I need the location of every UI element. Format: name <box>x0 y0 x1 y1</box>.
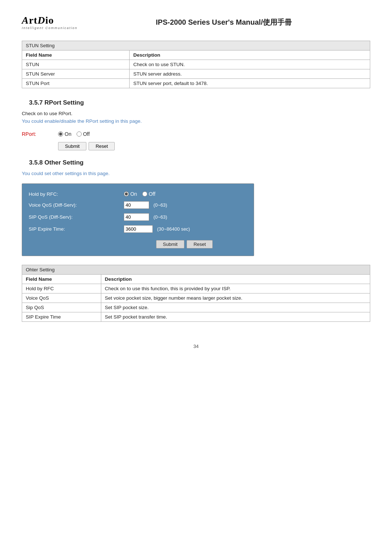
stun-row2-field: STUN Server <box>22 69 130 79</box>
rport-off-label: Off <box>83 131 90 137</box>
stun-row2-desc: STUN server address. <box>130 69 370 79</box>
sip-qos-controls: (0~63) <box>121 211 248 223</box>
hold-off-label: Off <box>149 191 155 197</box>
sip-qos-label: SIP QoS (Diff-Serv): <box>26 211 121 223</box>
sip-expire-input[interactable] <box>124 225 153 233</box>
voice-qos-controls: (0~63) <box>121 199 248 211</box>
voice-qos-label: Voice QoS (Diff-Serv): <box>26 199 121 211</box>
other-form-table: Hold by RFC: On Off Voice QoS (Diff-Serv… <box>26 189 248 251</box>
logo-sub: Intelligent Communication <box>22 26 78 30</box>
desc-row2-field: Voice QoS <box>22 293 101 303</box>
other-btn-cell: Submit Reset <box>121 235 248 251</box>
desc-row3-field: Sip QoS <box>22 303 101 312</box>
rport-form: RPort: On Off <box>22 131 370 137</box>
desc-row4-desc: Set SIP pocket transfer time. <box>101 312 370 322</box>
sip-qos-row: SIP QoS (Diff-Serv): (0~63) <box>26 211 248 223</box>
other-link-text: You could set other settings in this pag… <box>22 171 370 176</box>
hold-rfc-controls: On Off <box>121 189 248 199</box>
table-row: Sip QoS Set SIP pocket size. <box>22 303 370 312</box>
rport-on-radio[interactable] <box>58 131 63 137</box>
other-setting-panel: Hold by RFC: On Off Voice QoS (Diff-Serv… <box>22 183 254 256</box>
table-row: SIP Expire Time Set SIP pocket transfer … <box>22 312 370 322</box>
table-row: STUN Server STUN server address. <box>22 69 370 79</box>
other-submit-button[interactable]: Submit <box>156 240 184 248</box>
stun-col1-header: Field Name <box>22 50 130 60</box>
sip-qos-range: (0~63) <box>154 214 167 220</box>
rport-on-radio-label[interactable]: On <box>58 131 72 137</box>
rport-radio-group: On Off <box>58 131 90 137</box>
logo: ArtDio Intelligent Communication <box>22 15 78 30</box>
desc-col2-header: Description <box>101 275 370 284</box>
stun-col2-header: Description <box>130 50 370 60</box>
sip-expire-controls: (30~86400 sec) <box>121 223 248 235</box>
voice-qos-range: (0~63) <box>154 202 167 208</box>
rport-link-text: You could enable/disable the RPort setti… <box>22 118 370 124</box>
rport-off-radio-label[interactable]: Off <box>77 131 90 137</box>
sip-expire-range: (30~86400 sec) <box>157 226 190 232</box>
sip-qos-input[interactable] <box>124 213 149 221</box>
voice-qos-row: Voice QoS (Diff-Serv): (0~63) <box>26 199 248 211</box>
table-row: STUN Check on to use STUN. <box>22 60 370 69</box>
desc-row2-desc: Set voice pocket size, bigger number mea… <box>101 293 370 303</box>
hold-on-radio[interactable] <box>124 191 129 197</box>
rport-reset-button[interactable]: Reset <box>89 142 115 150</box>
hold-off-radio[interactable] <box>142 191 147 197</box>
other-section-heading: 3.5.8 Other Setting <box>29 159 370 166</box>
sip-expire-row: SIP Expire Time: (30~86400 sec) <box>26 223 248 235</box>
hold-rfc-radio-group: On Off <box>124 191 245 197</box>
logo-text: ArtDio <box>22 15 78 26</box>
stun-table: STUN Setting Field Name Description STUN… <box>22 41 370 88</box>
page-title: IPS-2000 Series User's Manual/使用手冊 <box>78 17 370 27</box>
other-btn-row-tr: Submit Reset <box>26 235 248 251</box>
other-reset-button[interactable]: Reset <box>187 240 213 248</box>
rport-label: RPort: <box>22 131 51 137</box>
rport-section-heading: 3.5.7 RPort Setting <box>29 99 370 106</box>
hold-off-radio-label[interactable]: Off <box>142 191 155 197</box>
desc-col1-header: Field Name <box>22 275 101 284</box>
table-row: Hold by RFC Check on to use this functio… <box>22 284 370 293</box>
hold-on-label: On <box>130 191 137 197</box>
stun-row3-desc: STUN server port, default to 3478. <box>130 79 370 88</box>
desc-table: Ohter Setting Field Name Description Hol… <box>22 265 370 322</box>
table-row: STUN Port STUN server port, default to 3… <box>22 79 370 88</box>
sip-expire-label: SIP Expire Time: <box>26 223 121 235</box>
desc-row3-desc: Set SIP pocket size. <box>101 303 370 312</box>
desc-table-header: Ohter Setting <box>22 265 370 275</box>
desc-row1-desc: Check on to use this function, this is p… <box>101 284 370 293</box>
hold-on-radio-label[interactable]: On <box>124 191 137 197</box>
other-btn-row: Submit Reset <box>124 240 245 248</box>
page-number: 34 <box>22 344 370 349</box>
stun-row1-desc: Check on to use STUN. <box>130 60 370 69</box>
rport-btn-row: Submit Reset <box>58 142 370 150</box>
rport-on-label: On <box>65 131 72 137</box>
hold-rfc-row: Hold by RFC: On Off <box>26 189 248 199</box>
voice-qos-input[interactable] <box>124 201 149 209</box>
page-header: ArtDio Intelligent Communication IPS-200… <box>22 15 370 33</box>
rport-body-text: Check on to use RPort. <box>22 111 370 116</box>
stun-row3-field: STUN Port <box>22 79 130 88</box>
stun-row1-field: STUN <box>22 60 130 69</box>
desc-row4-field: SIP Expire Time <box>22 312 101 322</box>
rport-off-radio[interactable] <box>77 131 82 137</box>
rport-submit-button[interactable]: Submit <box>58 142 86 150</box>
stun-table-header: STUN Setting <box>22 41 370 50</box>
hold-rfc-label: Hold by RFC: <box>26 189 121 199</box>
desc-row1-field: Hold by RFC <box>22 284 101 293</box>
table-row: Voice QoS Set voice pocket size, bigger … <box>22 293 370 303</box>
